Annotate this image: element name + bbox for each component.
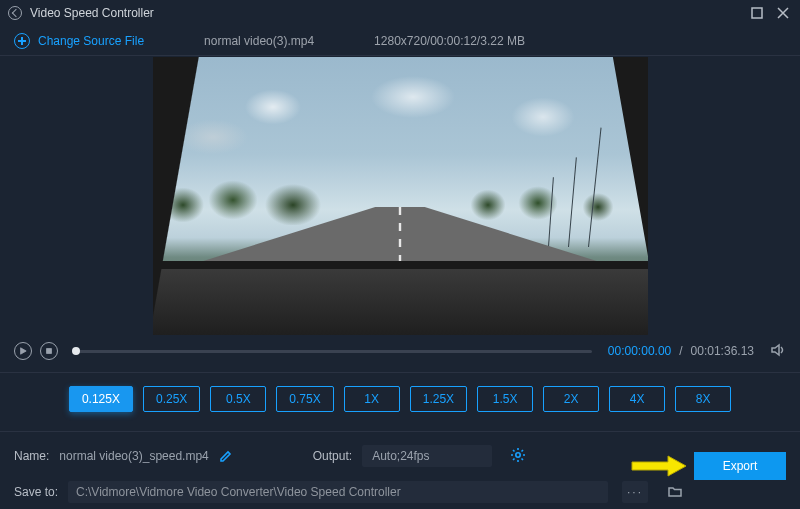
stop-button[interactable] <box>40 342 58 360</box>
speed-button-1x[interactable]: 1X <box>344 386 400 412</box>
close-button[interactable] <box>774 4 792 22</box>
change-source-button[interactable]: Change Source File <box>14 33 144 49</box>
app-logo-icon <box>8 6 22 20</box>
time-separator: / <box>679 344 682 358</box>
plus-circle-icon <box>14 33 30 49</box>
output-label: Output: <box>313 449 352 463</box>
speed-button-0-25x[interactable]: 0.25X <box>143 386 200 412</box>
volume-button[interactable] <box>770 342 786 361</box>
change-source-label: Change Source File <box>38 34 144 48</box>
edit-name-button[interactable] <box>219 449 233 463</box>
speed-button-8x[interactable]: 8X <box>675 386 731 412</box>
play-button[interactable] <box>14 342 32 360</box>
time-duration: 00:01:36.13 <box>691 344 754 358</box>
speed-button-1-5x[interactable]: 1.5X <box>477 386 533 412</box>
source-bar: Change Source File normal video(3).mp4 1… <box>0 26 800 56</box>
export-button-label: Export <box>723 459 758 473</box>
maximize-button[interactable] <box>748 4 766 22</box>
speed-button-4x[interactable]: 4X <box>609 386 665 412</box>
name-value: normal video(3)_speed.mp4 <box>59 449 208 463</box>
svg-point-2 <box>516 452 520 456</box>
svg-rect-1 <box>47 349 52 354</box>
transport-bar: 00:00:00.00/00:01:36.13 <box>0 336 800 366</box>
saveto-label: Save to: <box>14 485 58 499</box>
svg-rect-0 <box>752 8 762 18</box>
output-format-value: Auto;24fps <box>372 449 429 463</box>
speed-button-0-75x[interactable]: 0.75X <box>276 386 333 412</box>
output-format-select[interactable]: Auto;24fps <box>362 445 492 467</box>
bottom-panel: Name: normal video(3)_speed.mp4 Output: … <box>0 432 800 509</box>
titlebar: Video Speed Controller <box>0 0 800 26</box>
speed-buttons-row: 0.125X0.25X0.5X0.75X1X1.25X1.5X2X4X8X <box>0 373 800 425</box>
export-button[interactable]: Export <box>694 452 786 480</box>
video-stage <box>0 56 800 336</box>
name-label: Name: <box>14 449 49 463</box>
source-filename: normal video(3).mp4 <box>204 34 314 48</box>
saveto-path-field[interactable]: C:\Vidmore\Vidmore Video Converter\Video… <box>68 481 608 503</box>
speed-button-2x[interactable]: 2X <box>543 386 599 412</box>
speed-button-1-25x[interactable]: 1.25X <box>410 386 467 412</box>
output-settings-button[interactable] <box>510 447 526 466</box>
time-current: 00:00:00.00 <box>608 344 671 358</box>
saveto-path-value: C:\Vidmore\Vidmore Video Converter\Video… <box>76 485 401 499</box>
seek-thumb[interactable] <box>72 347 80 355</box>
app-title: Video Speed Controller <box>30 6 154 20</box>
seek-slider[interactable] <box>74 350 592 353</box>
video-preview[interactable] <box>153 57 648 335</box>
open-folder-button[interactable] <box>662 481 688 503</box>
source-meta: 1280x720/00:00:12/3.22 MB <box>374 34 525 48</box>
speed-button-0-5x[interactable]: 0.5X <box>210 386 266 412</box>
speed-button-0-125x[interactable]: 0.125X <box>69 386 133 412</box>
browse-button[interactable]: ··· <box>622 481 648 503</box>
